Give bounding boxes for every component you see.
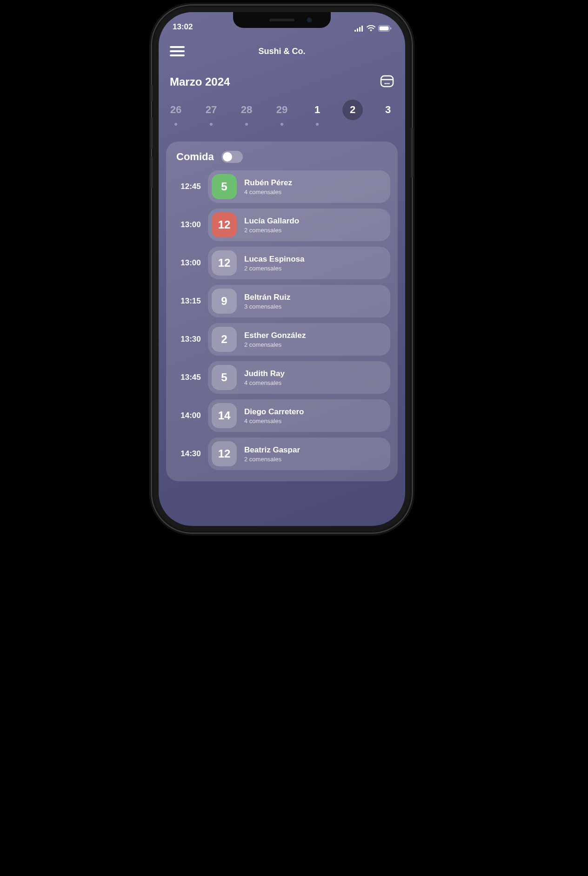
calendar-icon: [380, 74, 394, 88]
svg-rect-3: [361, 26, 363, 32]
day-dot: [245, 123, 248, 126]
day-1[interactable]: 1: [305, 100, 330, 126]
day-number: 2: [342, 100, 363, 120]
table-badge: 12: [212, 441, 237, 466]
guest-count: 2 comensales: [244, 265, 304, 272]
power-button[interactable]: [411, 128, 414, 178]
reservation-item[interactable]: 5Rubén Pérez4 comensales: [208, 170, 390, 203]
front-camera: [307, 17, 312, 23]
day-number: 3: [378, 100, 398, 120]
table-badge: 14: [212, 403, 237, 428]
status-indicators: [354, 25, 391, 32]
table-badge: 2: [212, 327, 237, 352]
guest-name: Esther González: [244, 331, 306, 340]
reservation-item[interactable]: 12Lucía Gallardo2 comensales: [208, 209, 390, 241]
reservation-info: Rubén Pérez4 comensales: [244, 178, 292, 195]
reservation-info: Lucas Espinosa2 comensales: [244, 255, 304, 272]
guest-count: 4 comensales: [244, 379, 285, 386]
speaker-grille: [269, 19, 294, 21]
reservation-item[interactable]: 12Lucas Espinosa2 comensales: [208, 247, 390, 279]
reservation-item[interactable]: 2Esther González2 comensales: [208, 323, 390, 356]
guest-name: Beltrán Ruiz: [244, 293, 290, 302]
day-number: 28: [236, 100, 257, 120]
svg-point-9: [384, 83, 386, 84]
volume-up[interactable]: [150, 117, 153, 149]
notch: [233, 12, 331, 28]
svg-rect-2: [359, 27, 361, 32]
month-row: Marzo 2024: [159, 74, 405, 89]
calendar-button[interactable]: [380, 74, 394, 89]
guest-count: 4 comensales: [244, 418, 304, 425]
reservation-info: Esther González2 comensales: [244, 331, 306, 348]
day-3[interactable]: 3: [375, 100, 401, 126]
day-dot: [174, 123, 177, 126]
reservation-info: Beltrán Ruiz3 comensales: [244, 293, 290, 310]
mute-switch[interactable]: [150, 85, 153, 101]
card-title: Comida: [176, 151, 214, 163]
svg-rect-5: [380, 27, 389, 31]
guest-count: 3 comensales: [244, 303, 290, 310]
reservation-info: Diego Carretero4 comensales: [244, 407, 304, 425]
guest-name: Lucas Espinosa: [244, 255, 304, 264]
day-number: 26: [166, 100, 186, 120]
reservation-item[interactable]: 12Beatriz Gaspar2 comensales: [208, 438, 390, 470]
svg-rect-1: [357, 28, 358, 32]
hamburger-line: [170, 46, 185, 48]
reservation-time: 13:45: [174, 373, 208, 382]
day-29[interactable]: 29: [269, 100, 294, 126]
volume-down[interactable]: [150, 156, 153, 188]
day-27[interactable]: 27: [199, 100, 224, 126]
reservation-time: 14:30: [174, 449, 208, 458]
guest-count: 2 comensales: [244, 227, 299, 234]
day-number: 27: [201, 100, 221, 120]
day-28[interactable]: 28: [234, 100, 259, 126]
reservation-item[interactable]: 5Judith Ray4 comensales: [208, 361, 390, 394]
guest-name: Judith Ray: [244, 369, 285, 378]
reservation-row: 13:0012Lucas Espinosa2 comensales: [174, 247, 390, 279]
day-number: 1: [307, 100, 327, 120]
table-badge: 12: [212, 250, 237, 276]
svg-rect-0: [354, 30, 356, 32]
reservation-row: 12:455Rubén Pérez4 comensales: [174, 170, 390, 203]
reservations-card: Comida 12:455Rubén Pérez4 comensales13:0…: [166, 142, 398, 481]
reservation-item[interactable]: 9Beltrán Ruiz3 comensales: [208, 285, 390, 317]
battery-icon: [378, 25, 391, 32]
day-dot: [281, 123, 283, 126]
reservation-time: 13:30: [174, 335, 208, 344]
table-badge: 12: [212, 212, 237, 237]
wifi-icon: [367, 25, 375, 32]
reservation-row: 14:0014Diego Carretero4 comensales: [174, 399, 390, 432]
cellular-icon: [354, 26, 364, 32]
day-number: 29: [272, 100, 292, 120]
reservation-time: 13:15: [174, 296, 208, 306]
reservation-row: 13:0012Lucía Gallardo2 comensales: [174, 209, 390, 241]
svg-rect-7: [381, 76, 393, 87]
reservation-list: 12:455Rubén Pérez4 comensales13:0012Lucí…: [174, 170, 390, 470]
meal-toggle[interactable]: [221, 151, 243, 163]
menu-button[interactable]: [170, 46, 185, 56]
svg-rect-6: [390, 27, 391, 30]
reservation-row: 13:159Beltrán Ruiz3 comensales: [174, 285, 390, 317]
reservation-time: 13:00: [174, 258, 208, 268]
reservation-info: Judith Ray4 comensales: [244, 369, 285, 386]
guest-name: Lucía Gallardo: [244, 216, 299, 226]
guest-name: Rubén Pérez: [244, 178, 292, 188]
day-26[interactable]: 26: [163, 100, 188, 126]
month-label: Marzo 2024: [170, 75, 230, 88]
guest-count: 4 comensales: [244, 189, 292, 195]
guest-count: 2 comensales: [244, 456, 300, 463]
guest-name: Beatriz Gaspar: [244, 445, 300, 455]
svg-point-10: [386, 83, 388, 84]
guest-name: Diego Carretero: [244, 407, 304, 417]
day-2[interactable]: 2: [340, 100, 365, 126]
card-header: Comida: [174, 151, 390, 170]
day-strip: 26272829123: [159, 100, 405, 126]
table-badge: 5: [212, 174, 237, 199]
table-badge: 9: [212, 289, 237, 314]
app-title: Sushi & Co.: [258, 47, 305, 56]
reservation-time: 13:00: [174, 220, 208, 229]
reservation-item[interactable]: 14Diego Carretero4 comensales: [208, 399, 390, 432]
status-time: 13:02: [173, 22, 193, 32]
app-header: Sushi & Co.: [159, 42, 405, 61]
day-dot: [316, 123, 319, 126]
